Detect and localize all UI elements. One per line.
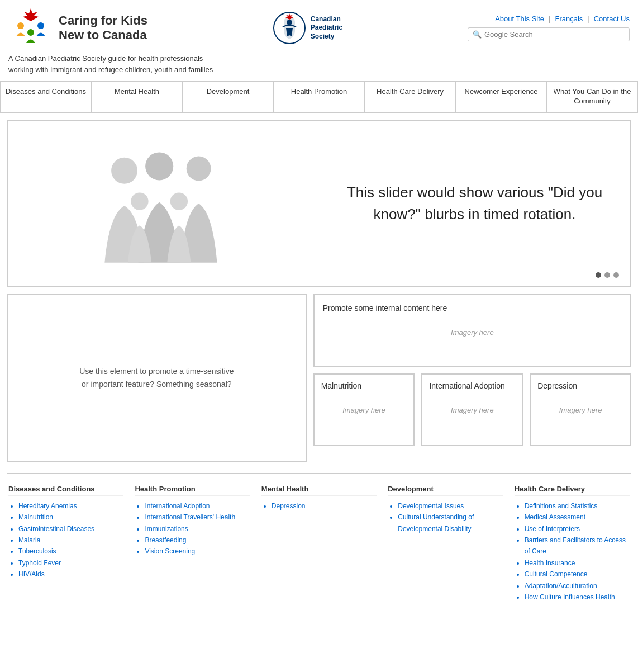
footer-mental-health-heading: Mental Health [261,485,377,496]
svg-point-6 [186,156,211,181]
header-left: Caring for KidsNew to Canada [8,6,147,50]
sep1: | [549,15,550,23]
list-item[interactable]: How Culture Influences Health [525,591,630,603]
tagline-line1: A Canadian Paediatric Society guide for … [8,54,203,63]
footer-col-mental-health: Mental Health Depression [261,485,377,603]
card-depression-imagery: Imagery here [537,395,623,425]
header-right: About This Site | Français | Contact Us … [468,15,630,41]
list-item[interactable]: HIV/Aids [18,569,123,580]
main-nav: Diseases and Conditions Mental Health De… [0,81,638,113]
site-name-line1: Caring for Kids [59,13,147,27]
svg-point-8 [131,192,148,210]
list-item[interactable]: Typhoid Fever [18,557,123,569]
svg-point-5 [111,158,137,184]
svg-point-7 [145,152,173,180]
list-item[interactable]: Breastfeeding [145,534,250,546]
cps-name-line1: Canadian [311,15,341,23]
list-item[interactable]: Malnutrition [18,512,123,523]
card-international-adoption[interactable]: International Adoption Imagery here [421,373,523,446]
svg-point-9 [170,192,187,210]
list-item[interactable]: Gastrointestinal Diseases [18,523,123,534]
list-item[interactable]: Cultural Competence [525,569,630,580]
card-malnutrition-imagery: Imagery here [321,395,407,425]
list-item[interactable]: Cultural Understanding of Developmental … [398,512,503,534]
cps-logo: Canadian Paediatric Society [273,11,342,45]
svg-point-4 [287,20,292,25]
list-item[interactable]: Use of Interpreters [525,523,630,534]
card-international-adoption-imagery: Imagery here [429,395,515,425]
promo-top-imagery: Imagery here [323,317,622,348]
slider-dots [596,272,619,278]
card-depression-title: Depression [537,381,623,390]
nav-item-community[interactable]: What You Can Do in the Community [547,82,638,112]
footer-development-heading: Development [388,485,503,496]
list-item[interactable]: Malaria [18,534,123,546]
card-malnutrition[interactable]: Malnutrition Imagery here [313,373,415,446]
footer-health-care-delivery-list: Definitions and Statistics Medical Asses… [515,500,630,603]
nav-item-health-care-delivery[interactable]: Health Care Delivery [365,82,456,112]
slider-text: This slider would show various "Did you … [319,171,630,236]
list-item[interactable]: Health Insurance [525,557,630,569]
dot-2[interactable] [604,272,610,278]
dot-3[interactable] [613,272,619,278]
footer-health-care-delivery-heading: Health Care Delivery [515,485,630,496]
footer: Diseases and Conditions Hereditary Anemi… [0,474,638,614]
promo-left-line1: Use this element to promote a time-sensi… [79,367,234,376]
cps-logo-text: Canadian Paediatric Society [311,15,342,41]
svg-point-1 [37,22,44,29]
list-item[interactable]: Definitions and Statistics [525,500,630,512]
promo-left: Use this element to promote a time-sensi… [7,294,307,462]
card-depression[interactable]: Depression Imagery here [530,373,631,446]
footer-col-health-promotion: Health Promotion International Adoption … [135,485,250,603]
content-area: Use this element to promote a time-sensi… [7,294,631,462]
site-logo-text: Caring for KidsNew to Canada [59,13,147,43]
footer-diseases-list: Hereditary Anemias Malnutrition Gastroin… [8,500,123,580]
list-item[interactable]: Barriers and Facilitators to Access of C… [525,534,630,557]
footer-health-promotion-list: International Adoption International Tra… [135,500,250,557]
sep2: | [587,15,589,23]
site-logo-icon [8,6,53,50]
promo-left-line2: or important feature? Something seasonal… [82,380,232,389]
list-item[interactable]: Immunizations [145,523,250,534]
footer-development-list: Developmental Issues Cultural Understand… [388,500,503,534]
slider-image [8,121,319,286]
list-item[interactable]: Tuberculosis [18,546,123,557]
nav-item-diseases[interactable]: Diseases and Conditions [0,82,92,112]
promo-top-box: Promote some internal content here Image… [313,294,631,367]
nav-item-newcomer-experience[interactable]: Newcomer Experience [456,82,547,112]
cps-logo-icon [273,11,306,45]
cps-name-line3: Society [311,32,335,40]
promo-top-title: Promote some internal content here [323,304,622,313]
list-item[interactable]: Adaptation/Acculturation [525,580,630,591]
search-input[interactable] [484,30,625,39]
svg-point-0 [17,22,24,29]
list-item[interactable]: International Adoption [145,500,250,512]
list-item[interactable]: Developmental Issues [398,500,503,512]
header: Caring for KidsNew to Canada Canadian Pa… [0,0,638,53]
slider-inner: This slider would show various "Did you … [8,121,630,286]
promo-left-text: Use this element to promote a time-sensi… [79,365,234,390]
slider-section: This slider would show various "Did you … [7,120,631,287]
promo-right: Promote some internal content here Image… [313,294,631,462]
footer-col-diseases: Diseases and Conditions Hereditary Anemi… [8,485,123,603]
about-link[interactable]: About This Site [495,15,544,23]
dot-1[interactable] [596,272,601,278]
search-icon: 🔍 [473,30,482,39]
nav-item-development[interactable]: Development [183,82,274,112]
footer-health-promotion-heading: Health Promotion [135,485,250,496]
list-item[interactable]: Vision Screening [145,546,250,557]
search-box: 🔍 [468,27,630,41]
card-international-adoption-title: International Adoption [429,381,515,390]
list-item[interactable]: Depression [272,500,377,512]
tagline: A Canadian Paediatric Society guide for … [0,53,638,81]
contact-link[interactable]: Contact Us [594,15,630,23]
people-silhouette-icon [63,131,264,276]
list-item[interactable]: International Travellers' Health [145,512,250,523]
list-item[interactable]: Hereditary Anemias [18,500,123,512]
nav-item-health-promotion[interactable]: Health Promotion [274,82,365,112]
list-item[interactable]: Medical Assessment [525,512,630,523]
cps-name-line2: Paediatric [311,23,342,31]
footer-col-health-care-delivery: Health Care Delivery Definitions and Sta… [515,485,630,603]
nav-item-mental-health[interactable]: Mental Health [92,82,183,112]
francais-link[interactable]: Français [555,15,583,23]
